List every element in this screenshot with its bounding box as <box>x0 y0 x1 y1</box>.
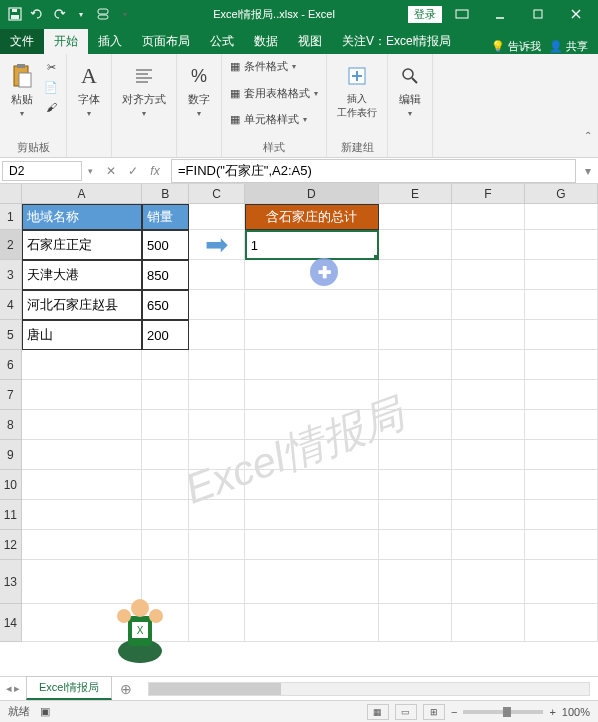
tab-insert[interactable]: 插入 <box>88 29 132 54</box>
cell[interactable] <box>452 440 525 470</box>
conditional-format-button[interactable]: ▦条件格式▾ <box>228 58 298 75</box>
cell[interactable] <box>189 260 244 290</box>
zoom-slider[interactable] <box>463 710 543 714</box>
cell[interactable]: ➡ <box>189 230 244 260</box>
edit-button[interactable]: 编辑▾ <box>394 58 426 122</box>
cell[interactable] <box>379 410 452 440</box>
cell[interactable] <box>22 410 142 440</box>
touch-mode-icon[interactable] <box>94 5 112 23</box>
cell[interactable] <box>142 530 189 560</box>
col-header-G[interactable]: G <box>525 184 598 204</box>
name-box[interactable]: D2 <box>2 161 82 181</box>
cell[interactable] <box>379 290 452 320</box>
close-icon[interactable] <box>558 2 594 26</box>
cell[interactable] <box>142 560 189 604</box>
cell[interactable]: 销量 <box>142 204 189 230</box>
cell[interactable] <box>525 604 598 642</box>
sheet-nav-next-icon[interactable]: ▸ <box>14 682 20 695</box>
cell[interactable] <box>525 560 598 604</box>
cell[interactable] <box>245 604 379 642</box>
cell[interactable] <box>525 380 598 410</box>
cell[interactable] <box>142 470 189 500</box>
cell[interactable] <box>525 530 598 560</box>
tab-home[interactable]: 开始 <box>44 29 88 54</box>
zoom-level[interactable]: 100% <box>562 706 590 718</box>
cell[interactable] <box>142 410 189 440</box>
cell[interactable] <box>379 440 452 470</box>
cell[interactable]: 850 <box>142 260 189 290</box>
horizontal-scrollbar[interactable] <box>148 682 590 696</box>
cell[interactable] <box>189 440 244 470</box>
row-header[interactable]: 3 <box>0 260 22 290</box>
row-header[interactable]: 14 <box>0 604 22 642</box>
namebox-dropdown-icon[interactable]: ▾ <box>84 166 97 176</box>
font-button[interactable]: A字体▾ <box>73 58 105 122</box>
cell[interactable] <box>379 530 452 560</box>
cell[interactable] <box>379 604 452 642</box>
cell[interactable] <box>189 320 244 350</box>
cell[interactable]: 650 <box>142 290 189 320</box>
cell[interactable] <box>525 320 598 350</box>
col-header-D[interactable]: D <box>245 184 379 204</box>
cell[interactable] <box>452 530 525 560</box>
row-header[interactable]: 5 <box>0 320 22 350</box>
cell[interactable]: 地域名称 <box>22 204 142 230</box>
cell[interactable] <box>189 380 244 410</box>
login-button[interactable]: 登录 <box>408 6 442 23</box>
redo-icon[interactable] <box>50 5 68 23</box>
cell[interactable] <box>245 350 379 380</box>
select-all-corner[interactable] <box>0 184 22 204</box>
row-header[interactable]: 10 <box>0 470 22 500</box>
cell[interactable] <box>452 380 525 410</box>
cell[interactable] <box>189 350 244 380</box>
maximize-icon[interactable] <box>520 2 556 26</box>
formula-bar[interactable]: =FIND("石家庄",A2:A5) <box>171 159 576 183</box>
cell[interactable] <box>452 230 525 260</box>
cell[interactable] <box>245 290 379 320</box>
cell[interactable] <box>379 230 452 260</box>
page-break-view-icon[interactable]: ⊞ <box>423 704 445 720</box>
cell[interactable] <box>525 204 598 230</box>
cell[interactable] <box>189 530 244 560</box>
tellme-icon[interactable]: 💡 告诉我 <box>491 39 541 54</box>
cell[interactable] <box>245 380 379 410</box>
row-header[interactable]: 9 <box>0 440 22 470</box>
cell[interactable] <box>379 320 452 350</box>
row-header[interactable]: 6 <box>0 350 22 380</box>
cancel-formula-icon[interactable]: ✕ <box>101 164 121 178</box>
tab-view[interactable]: 视图 <box>288 29 332 54</box>
cell[interactable] <box>452 350 525 380</box>
cell[interactable] <box>22 560 142 604</box>
normal-view-icon[interactable]: ▦ <box>367 704 389 720</box>
format-painter-icon[interactable]: 🖌 <box>42 98 60 116</box>
cell[interactable]: 1 <box>245 230 379 260</box>
undo-icon[interactable] <box>28 5 46 23</box>
cell[interactable] <box>189 290 244 320</box>
qat-dropdown-icon[interactable]: ▾ <box>72 5 90 23</box>
row-header[interactable]: 8 <box>0 410 22 440</box>
sheet-tab[interactable]: Excel情报局 <box>26 676 112 700</box>
cell[interactable] <box>452 500 525 530</box>
minimize-icon[interactable] <box>482 2 518 26</box>
cell[interactable] <box>452 290 525 320</box>
cell[interactable] <box>22 470 142 500</box>
cell[interactable] <box>245 560 379 604</box>
cell[interactable] <box>189 470 244 500</box>
cell[interactable] <box>245 500 379 530</box>
save-icon[interactable] <box>6 5 24 23</box>
cell[interactable] <box>245 410 379 440</box>
ribbon-display-icon[interactable] <box>444 2 480 26</box>
cell[interactable] <box>525 350 598 380</box>
cell[interactable] <box>379 500 452 530</box>
cell[interactable] <box>245 440 379 470</box>
tab-file[interactable]: 文件 <box>0 29 44 54</box>
cell[interactable]: 石家庄正定 <box>22 230 142 260</box>
cell[interactable]: 天津大港 <box>22 260 142 290</box>
cell[interactable] <box>525 260 598 290</box>
table-format-button[interactable]: ▦套用表格格式▾ <box>228 85 320 102</box>
cell[interactable]: 唐山 <box>22 320 142 350</box>
cell[interactable] <box>142 380 189 410</box>
cell[interactable] <box>379 350 452 380</box>
cell[interactable]: 河北石家庄赵县 <box>22 290 142 320</box>
cell[interactable] <box>189 604 244 642</box>
